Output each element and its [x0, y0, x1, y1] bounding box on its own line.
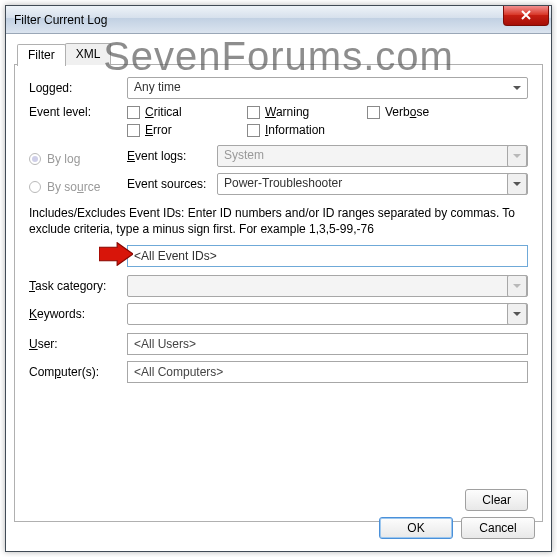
help-text: Includes/Excludes Event IDs: Enter ID nu…: [29, 205, 528, 237]
input-event-ids[interactable]: [127, 245, 528, 267]
label-by-log: By log: [47, 152, 80, 166]
window-title: Filter Current Log: [14, 13, 503, 27]
filter-panel-body: Logged: Any time Event level: Critical W…: [15, 65, 542, 399]
chevron-down-icon: [507, 275, 527, 297]
tab-xml[interactable]: XML: [65, 43, 112, 65]
label-by-source: By source: [47, 180, 100, 194]
clear-button[interactable]: Clear: [465, 489, 528, 511]
combo-keywords[interactable]: [127, 303, 528, 325]
label-event-level: Event level:: [29, 105, 127, 119]
dialog-window: Filter Current Log SevenForums.com Filte…: [5, 5, 552, 552]
check-verbose[interactable]: Verbose: [367, 105, 457, 119]
checkbox-icon: [247, 124, 260, 137]
chevron-down-icon: [507, 145, 527, 167]
check-information[interactable]: Information: [247, 123, 367, 137]
radio-by-log: By log: [29, 152, 127, 166]
event-level-checks: Critical Warning Verbose Error Informati…: [127, 105, 528, 137]
label-event-logs: Event logs:: [127, 149, 217, 163]
checkbox-icon: [247, 106, 260, 119]
dialog-footer: OK Cancel: [379, 517, 535, 539]
radio-icon: [29, 153, 41, 165]
checkbox-icon: [127, 106, 140, 119]
close-button[interactable]: [503, 6, 549, 26]
client-area: Filter XML Logged: Any time Event level:…: [6, 34, 551, 551]
combo-event-logs-value: System: [224, 148, 264, 162]
combo-logged[interactable]: Any time: [127, 77, 528, 99]
tab-filter[interactable]: Filter: [17, 44, 66, 66]
check-error[interactable]: Error: [127, 123, 217, 137]
label-user: User:: [29, 337, 127, 351]
checkbox-icon: [127, 124, 140, 137]
combo-logged-value: Any time: [134, 80, 181, 94]
close-icon: [521, 10, 531, 20]
input-user[interactable]: [127, 333, 528, 355]
label-logged: Logged:: [29, 81, 127, 95]
titlebar[interactable]: Filter Current Log: [6, 6, 551, 34]
cancel-button[interactable]: Cancel: [461, 517, 535, 539]
label-task-category: Task category:: [29, 279, 127, 293]
tab-strip: Filter XML: [17, 43, 110, 65]
combo-event-sources[interactable]: Power-Troubleshooter: [217, 173, 528, 195]
chevron-down-icon[interactable]: [507, 303, 527, 325]
check-critical[interactable]: Critical: [127, 105, 217, 119]
label-keywords: Keywords:: [29, 307, 127, 321]
label-computers: Computer(s):: [29, 365, 127, 379]
ok-button[interactable]: OK: [379, 517, 453, 539]
radio-icon: [29, 181, 41, 193]
check-warning[interactable]: Warning: [247, 105, 337, 119]
chevron-down-icon[interactable]: [507, 173, 527, 195]
checkbox-icon: [367, 106, 380, 119]
combo-event-sources-value: Power-Troubleshooter: [224, 176, 342, 190]
combo-event-logs: System: [217, 145, 528, 167]
input-computers[interactable]: [127, 361, 528, 383]
label-event-sources: Event sources:: [127, 177, 217, 191]
radio-by-source: By source: [29, 180, 127, 194]
tab-panel: Filter XML Logged: Any time Event level:…: [14, 64, 543, 522]
combo-task-category: [127, 275, 528, 297]
